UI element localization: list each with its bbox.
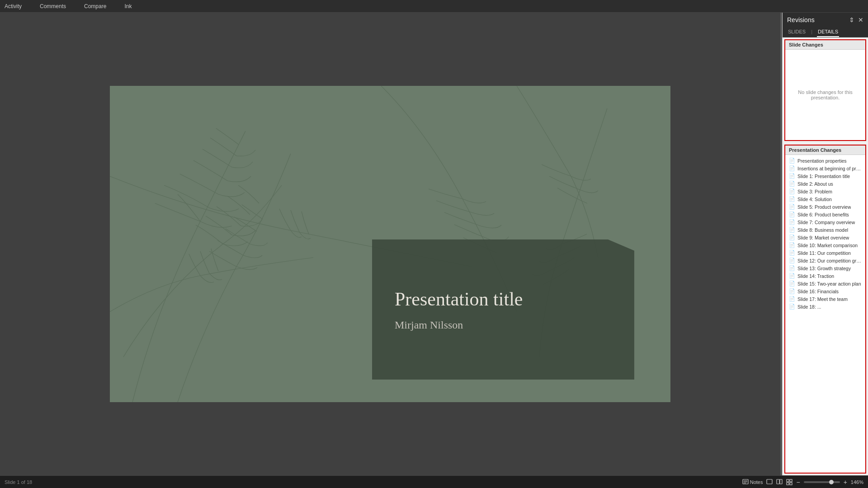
zoom-value[interactable]: 146% — [851, 479, 863, 485]
change-item[interactable]: 📄Slide 13: Growth strategy — [785, 264, 865, 272]
change-doc-icon: 📄 — [789, 188, 795, 194]
change-item[interactable]: 📄Slide 10: Market comparison — [785, 241, 865, 249]
svg-rect-9 — [787, 483, 789, 485]
change-item[interactable]: 📄Slide 18: ... — [785, 303, 865, 310]
toolbar-comments[interactable]: Comments — [40, 3, 66, 9]
change-doc-icon: 📄 — [789, 242, 795, 248]
change-item[interactable]: 📄Slide 2: About us — [785, 180, 865, 188]
toolbar-ink[interactable]: Ink — [124, 3, 132, 9]
slide-changes-header: Slide Changes — [785, 40, 865, 50]
slide-main-title: Presentation title — [395, 288, 612, 310]
change-doc-icon: 📄 — [789, 296, 795, 302]
presentation-changes-list[interactable]: 📄Presentation properties📄Insertions at b… — [785, 155, 865, 473]
slide-canvas[interactable]: Presentation title Mirjam Nilsson — [110, 86, 670, 402]
svg-rect-4 — [767, 479, 772, 484]
change-doc-icon: 📄 — [789, 158, 795, 164]
change-label: Slide 6: Product benefits — [797, 212, 849, 217]
change-label: Slide 11: Our competition — [797, 250, 851, 256]
change-label: Slide 1: Presentation title — [797, 174, 850, 179]
change-doc-icon: 📄 — [789, 227, 795, 233]
change-doc-icon: 📄 — [789, 265, 795, 271]
change-label: Slide 18: ... — [797, 304, 821, 310]
change-item[interactable]: 📄Insertions at beginning of presentation — [785, 164, 865, 172]
change-doc-icon: 📄 — [789, 258, 795, 263]
change-label: Slide 13: Growth strategy — [797, 266, 851, 271]
change-doc-icon: 📄 — [789, 173, 795, 179]
change-item[interactable]: 📄Slide 16: Financials — [785, 287, 865, 295]
change-label: Insertions at beginning of presentation — [797, 166, 862, 171]
change-doc-icon: 📄 — [789, 273, 795, 279]
change-item[interactable]: 📄Slide 8: Business model — [785, 226, 865, 234]
change-doc-icon: 📄 — [789, 288, 795, 294]
tab-details[interactable]: DETAILS — [817, 27, 839, 37]
notes-button[interactable]: Notes — [742, 479, 763, 485]
change-doc-icon: 📄 — [789, 196, 795, 202]
revisions-panel: Revisions ⇕ ✕ SLIDES | DETAILS Slide Cha… — [782, 13, 868, 475]
change-label: Slide 3: Problem — [797, 189, 832, 194]
change-doc-icon: 📄 — [789, 165, 795, 171]
svg-rect-7 — [787, 479, 789, 482]
view-normal-btn[interactable] — [766, 479, 773, 485]
change-label: Slide 9: Market overview — [797, 235, 849, 240]
change-label: Slide 10: Market comparison — [797, 243, 858, 248]
zoom-in-btn[interactable]: + — [844, 479, 847, 486]
change-item[interactable]: 📄Slide 1: Presentation title — [785, 172, 865, 180]
view-outline-btn[interactable] — [776, 479, 783, 485]
main-area: Presentation title Mirjam Nilsson Revisi… — [0, 13, 868, 475]
change-doc-icon: 📄 — [789, 281, 795, 286]
zoom-out-btn[interactable]: − — [796, 479, 800, 486]
presentation-changes-section: Presentation Changes 📄Presentation prope… — [784, 145, 866, 474]
status-right: Notes − + 146% — [742, 479, 863, 486]
change-item[interactable]: 📄Slide 3: Problem — [785, 188, 865, 195]
revisions-close-icon[interactable]: ✕ — [858, 16, 863, 23]
svg-rect-6 — [780, 479, 782, 484]
slide-author: Mirjam Nilsson — [395, 319, 612, 331]
change-label: Slide 17: Meet the team — [797, 296, 848, 302]
toolbar-activity[interactable]: Activity — [5, 3, 22, 9]
slide-title-box: Presentation title Mirjam Nilsson — [372, 239, 634, 380]
change-item[interactable]: 📄Slide 9: Market overview — [785, 234, 865, 241]
presentation-changes-header: Presentation Changes — [785, 145, 865, 155]
header-icons: ⇕ ✕ — [849, 16, 863, 23]
revisions-header: Revisions ⇕ ✕ — [783, 13, 868, 27]
change-item[interactable]: 📄Slide 12: Our competition graphic — [785, 257, 865, 264]
revisions-expand-icon[interactable]: ⇕ — [849, 16, 854, 23]
change-item[interactable]: 📄Slide 14: Traction — [785, 272, 865, 280]
change-item[interactable]: 📄Presentation properties — [785, 157, 865, 164]
notes-label: Notes — [750, 479, 763, 485]
svg-rect-8 — [790, 479, 792, 482]
change-doc-icon: 📄 — [789, 181, 795, 187]
change-item[interactable]: 📄Slide 15: Two-year action plan — [785, 280, 865, 287]
change-doc-icon: 📄 — [789, 219, 795, 225]
change-label: Slide 5: Product overview — [797, 204, 851, 210]
zoom-slider[interactable] — [804, 481, 840, 483]
change-label: Slide 14: Traction — [797, 273, 834, 279]
toolbar: Activity Comments Compare Ink — [0, 0, 868, 13]
tab-slides[interactable]: SLIDES — [787, 27, 807, 37]
svg-rect-10 — [790, 483, 792, 485]
change-item[interactable]: 📄Slide 7: Company overview — [785, 218, 865, 226]
change-doc-icon: 📄 — [789, 235, 795, 240]
tab-divider: | — [811, 27, 812, 37]
status-left: Slide 1 of 18 — [5, 479, 32, 485]
change-label: Slide 4: Solution — [797, 197, 832, 202]
change-label: Slide 12: Our competition graphic — [797, 258, 862, 263]
change-item[interactable]: 📄Slide 11: Our competition — [785, 249, 865, 257]
change-label: Slide 7: Company overview — [797, 220, 855, 225]
change-item[interactable]: 📄Slide 5: Product overview — [785, 203, 865, 211]
change-item[interactable]: 📄Slide 6: Product benefits — [785, 211, 865, 218]
change-doc-icon: 📄 — [789, 211, 795, 217]
slide-changes-section: Slide Changes No slide changes for this … — [784, 39, 866, 141]
revisions-title: Revisions — [787, 16, 815, 23]
change-doc-icon: 📄 — [789, 204, 795, 210]
change-label: Presentation properties — [797, 158, 847, 164]
change-label: Slide 8: Business model — [797, 227, 848, 233]
view-grid-btn[interactable] — [786, 479, 793, 485]
change-item[interactable]: 📄Slide 17: Meet the team — [785, 295, 865, 303]
status-bar: Slide 1 of 18 Notes − + 146% — [0, 475, 868, 488]
no-changes-text: No slide changes for this presentation. — [790, 89, 861, 100]
toolbar-compare[interactable]: Compare — [84, 3, 106, 9]
change-doc-icon: 📄 — [789, 250, 795, 256]
change-item[interactable]: 📄Slide 4: Solution — [785, 195, 865, 203]
change-label: Slide 16: Financials — [797, 289, 839, 294]
